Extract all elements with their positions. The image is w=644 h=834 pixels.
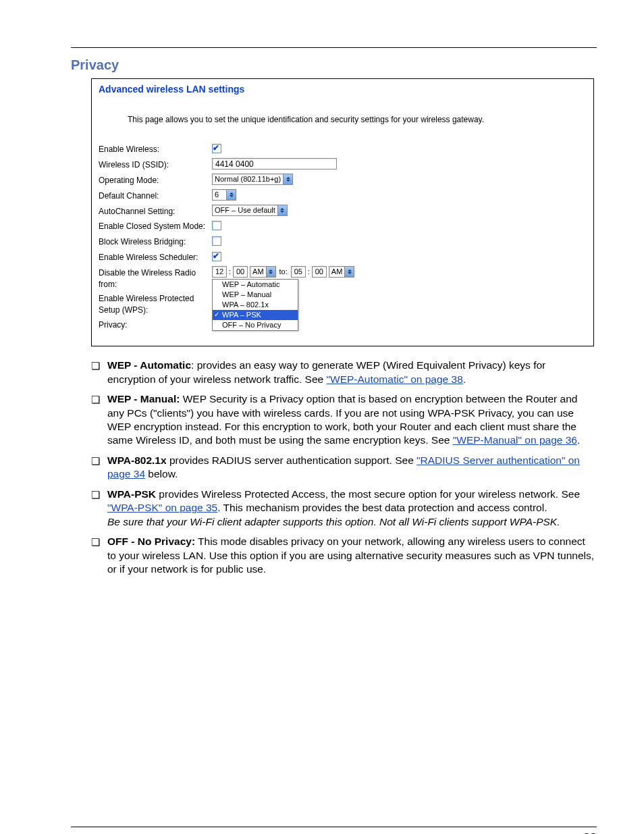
menu-item-selected[interactable]: WPA – PSK <box>213 310 298 320</box>
menu-item[interactable]: WEP – Automatic <box>213 280 298 290</box>
bottom-rule <box>71 827 597 827</box>
label-wps: Enable Wireless Protected Setup (WPS): <box>99 292 212 316</box>
bullet-bold: WEP - Automatic <box>107 359 191 371</box>
panel-intro: This page allows you to set the unique i… <box>128 114 588 126</box>
bullet-item: WEP - Manual: WEP Security is a Privacy … <box>91 392 597 448</box>
page-number: 33 <box>71 831 597 835</box>
bullet-item: WPA-802.1x provides RADIUS server authen… <box>91 454 597 481</box>
spinner-icon <box>344 267 354 277</box>
menu-item[interactable]: OFF – No Privacy <box>213 320 298 330</box>
bullet-bold: OFF - No Privacy: <box>107 536 195 547</box>
spinner-icon <box>226 190 236 200</box>
settings-panel: Advanced wireless LAN settings This page… <box>91 78 594 346</box>
colon: : <box>308 267 310 277</box>
select-channel[interactable]: 6 <box>212 189 236 201</box>
spinner-icon <box>277 205 287 215</box>
select-op-mode[interactable]: Normal (802.11b+g) <box>212 174 293 185</box>
label-privacy: Privacy: <box>99 318 212 331</box>
colon: : <box>229 267 231 277</box>
bullet-list: WEP - Automatic: provides an easy way to… <box>71 359 597 576</box>
label-radio-from: Disable the Wireless Radio from: <box>99 266 212 290</box>
menu-item[interactable]: WPA – 802.1x <box>213 300 298 310</box>
italic-note: Be sure that your Wi-Fi client adapter s… <box>107 515 597 529</box>
cross-ref-link[interactable]: "WEP-Manual" on page 36 <box>453 434 577 446</box>
select-autochannel[interactable]: OFF – Use default <box>212 205 288 216</box>
checkbox-closed-mode[interactable] <box>212 221 221 230</box>
input-min-2[interactable]: 00 <box>312 266 327 278</box>
label-channel: Default Channel: <box>99 189 212 202</box>
select-ampm-1[interactable]: AM <box>250 266 276 278</box>
spinner-icon <box>283 174 292 184</box>
label-ssid: Wireless ID (SSID): <box>99 158 212 171</box>
top-rule <box>71 47 597 48</box>
cross-ref-link[interactable]: "WPA-PSK" on page 35 <box>107 502 217 513</box>
label-autochannel: AutoChannel Setting: <box>99 205 212 217</box>
menu-item[interactable]: WEP – Manual <box>213 290 298 300</box>
label-enable-wireless: Enable Wireless: <box>99 142 212 155</box>
section-heading: Privacy <box>71 57 597 73</box>
bullet-bold: WEP - Manual: <box>107 393 180 405</box>
input-min-1[interactable]: 00 <box>233 266 248 278</box>
to-label: to: <box>279 267 288 277</box>
label-op-mode: Operating Mode: <box>99 174 212 186</box>
label-scheduler: Enable Wireless Scheduler: <box>99 251 212 263</box>
input-hour-2[interactable]: 05 <box>291 266 306 278</box>
spinner-icon <box>266 267 275 277</box>
label-closed-mode: Enable Closed System Mode: <box>99 219 212 232</box>
bullet-item: WPA-PSK provides Wireless Protected Acce… <box>91 488 597 529</box>
bullet-bold: WPA-802.1x <box>107 454 167 466</box>
privacy-menu[interactable]: WEP – Automatic WEP – Manual WPA – 802.1… <box>212 279 298 331</box>
checkbox-scheduler[interactable] <box>212 252 221 261</box>
label-block-bridging: Block Wireless Bridging: <box>99 235 212 248</box>
cross-ref-link[interactable]: "WEP-Automatic" on page 38 <box>327 373 463 385</box>
input-ssid[interactable]: 4414 0400 <box>212 158 337 170</box>
input-hour-1[interactable]: 12 <box>212 266 227 278</box>
bullet-item: WEP - Automatic: provides an easy way to… <box>91 359 597 386</box>
bullet-bold: WPA-PSK <box>107 488 156 500</box>
panel-title: Advanced wireless LAN settings <box>99 83 588 97</box>
checkbox-enable-wireless[interactable] <box>212 144 221 153</box>
bullet-item: OFF - No Privacy: This mode disables pri… <box>91 535 597 576</box>
select-ampm-2[interactable]: AM <box>329 266 355 278</box>
cross-ref-link[interactable]: "RADIUS Server authentication" on page 3… <box>107 454 580 479</box>
checkbox-block-bridging[interactable] <box>212 236 221 246</box>
